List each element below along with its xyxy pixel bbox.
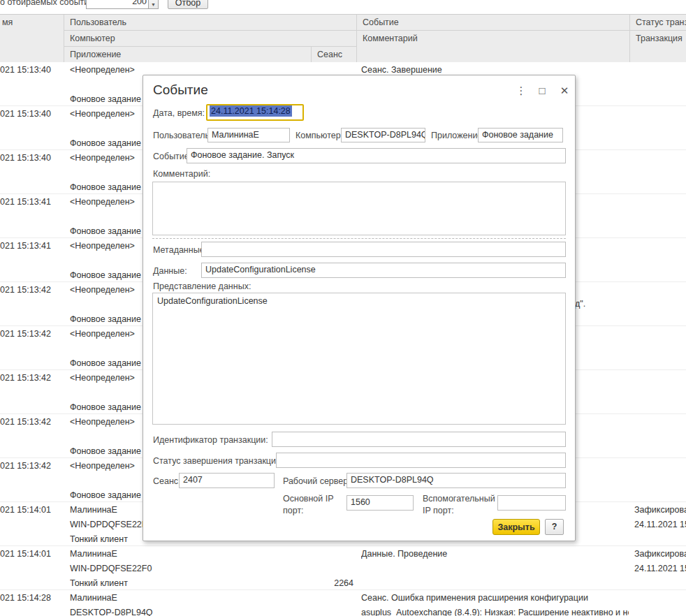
cell-transaction: 24.11.2021 15:1 [634,564,686,573]
column-header-session[interactable]: Сеанс [312,47,357,63]
computer-label: Компьютер: [295,131,343,140]
close-icon[interactable]: ✕ [557,83,572,98]
session-label: Сеанс: [153,476,181,486]
aux-port-label: Вспомогательный IP порт: [423,493,495,517]
splitter-handle[interactable] [152,238,566,239]
server-field[interactable]: DESKTOP-D8PL94Q [346,473,566,488]
tx-finish-status-label: Статус завершения транзакции: [153,456,283,466]
cell-tx-status: Зафиксирована [634,549,686,559]
cell-event: Сеанс. Завершение [361,65,629,75]
cell-application: Тонкий клиент [70,578,300,588]
clipped-comment-fragment: д". [575,299,585,309]
cell-datetime: 021 15:13:42 [0,461,63,471]
column-header-comment[interactable]: Комментарий [357,31,630,63]
aux-port-field[interactable] [497,495,566,511]
count-dropdown-button[interactable]: ▼ [148,0,158,8]
cell-user: <Неопределен> [70,65,307,75]
cell-datetime: 021 15:13:40 [0,65,63,75]
table-row[interactable]: 021 15:14:28 МалининаЕ DESKTOP-D8PL94Q С… [0,590,686,616]
close-button[interactable]: Закрыть [492,519,540,535]
comment-label: Комментарий: [153,169,210,179]
cell-datetime: 021 15:13:40 [0,109,63,119]
data-label: Данные: [153,266,187,276]
user-field[interactable]: МалининаЕ [207,128,290,142]
event-label: Событие: [153,152,191,161]
cell-computer: DESKTOP-D8PL94Q [70,608,307,616]
cell-datetime: 021 15:13:41 [0,197,63,207]
session-field[interactable]: 2407 [179,473,275,488]
column-header-computer[interactable]: Компьютер [64,31,357,47]
more-menu-icon[interactable]: ⋮ [513,83,529,98]
cell-event: Сеанс. Ошибка применения расширения конф… [361,593,629,603]
cell-comment: asuplus_Autoexchange (8.4.9): Низкая: Ра… [361,608,629,616]
data-presentation-label: Представление данных: [153,281,251,291]
datetime-value: 24.11.2021 15:14:28 [210,105,292,117]
tx-finish-status-field[interactable] [276,453,566,468]
cell-datetime: 021 15:13:42 [0,329,63,339]
events-count-input[interactable]: 200 ▼ [86,0,159,9]
column-header-datetime[interactable]: мя [0,15,64,63]
column-header-application[interactable]: Приложение [64,47,312,63]
server-label: Рабочий сервер: [283,476,351,486]
event-dialog: Событие ⋮ □ ✕ Дата, время: 24.11.2021 15… [143,75,576,541]
cell-datetime: 021 15:13:40 [0,153,63,163]
user-label: Пользователь: [153,131,212,140]
cell-transaction: 24.11.2021 15:1 [634,520,686,529]
help-button[interactable]: ? [545,519,564,535]
dialog-title: Событие [153,82,208,98]
column-header-user[interactable]: Пользователь [64,15,357,31]
filter-button[interactable]: Отбор [168,0,208,9]
table-row[interactable]: 021 15:14:01 МалининаЕ WIN-DPDQFSE22F0 Т… [0,546,686,590]
metadata-field[interactable] [201,242,566,257]
main-port-field[interactable]: 1560 [346,495,414,511]
cell-datetime: 021 15:14:01 [0,505,63,515]
application-label: Приложение: [431,131,485,140]
datetime-field[interactable]: 24.11.2021 15:14:28 [206,104,304,121]
cell-datetime: 021 15:14:28 [0,593,63,603]
event-log-screen: о отбираемых событий: 200 ▼ Отбор мя Пол… [0,0,686,616]
column-header-event[interactable]: Событие [357,15,630,31]
comment-field[interactable] [152,182,566,235]
main-port-label: Основной IP порт: [283,493,340,517]
computer-field[interactable]: DESKTOP-D8PL94Q [341,128,425,142]
datetime-label: Дата, время: [153,108,205,118]
data-field[interactable]: UpdateConfigurationLicense [201,263,566,278]
column-header-tx-status[interactable]: Статус транзакции [630,15,686,31]
cell-event: Данные. Проведение [361,549,629,559]
cell-session: 2264 [312,578,353,588]
cell-datetime: 021 15:14:01 [0,549,63,559]
cell-datetime: 021 15:13:42 [0,373,63,383]
cell-tx-status: Зафиксирована [634,505,686,515]
chevron-down-icon: ▼ [149,2,158,7]
cell-user: МалининаЕ [70,593,307,603]
cell-datetime: 021 15:13:42 [0,285,63,295]
tx-id-field[interactable] [272,432,566,447]
data-presentation-field[interactable]: UpdateConfigurationLicense [152,293,566,425]
cell-datetime: 021 15:13:42 [0,417,63,427]
table-header: мя Пользователь Компьютер Приложение Сеа… [0,14,686,62]
metadata-label: Метаданные: [153,245,207,255]
cell-user: МалининаЕ [70,549,307,559]
event-field[interactable]: Фоновое задание. Запуск [187,148,566,163]
column-header-transaction[interactable]: Транзакция [630,31,686,63]
application-field[interactable]: Фоновое задание [478,128,563,142]
maximize-icon[interactable]: □ [534,83,550,98]
selected-events-count-label: о отбираемых событий: [0,0,96,7]
cell-computer: WIN-DPDQFSE22F0 [70,564,307,573]
cell-datetime: 021 15:13:41 [0,241,63,251]
tx-id-label: Идентификатор транзакции: [153,435,268,445]
events-count-value: 200 [132,0,147,6]
